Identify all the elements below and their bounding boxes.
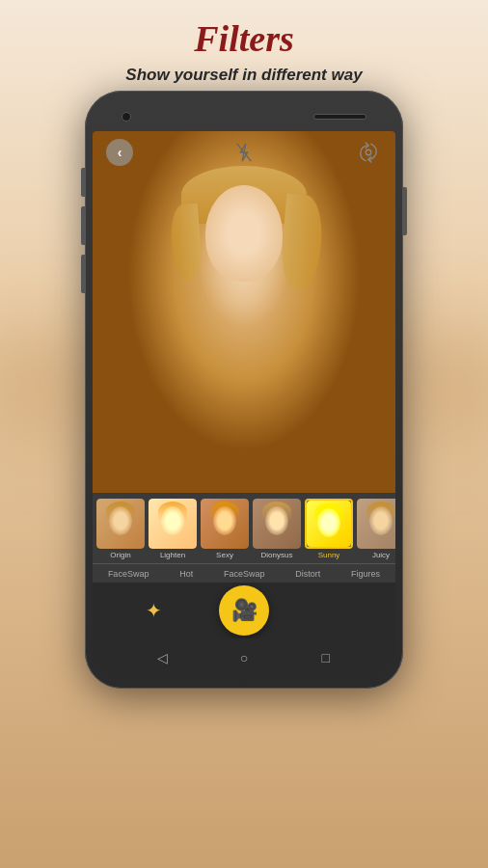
bottom-controls: ✦ 🎥 — [93, 583, 395, 638]
side-button-right — [403, 187, 407, 235]
filter-sunny[interactable]: Sunny — [305, 499, 353, 559]
flash-off-icon — [234, 142, 254, 163]
phone-top-bar — [93, 102, 395, 131]
hair-side-right — [279, 193, 326, 292]
magic-wand-button[interactable]: ✦ — [136, 593, 171, 628]
spacer — [317, 593, 352, 628]
nav-home-icon: ○ — [240, 650, 248, 665]
filter-thumb-origin — [96, 499, 145, 549]
face-representation — [196, 185, 292, 311]
speaker-grille — [313, 114, 366, 120]
filter-dionysus[interactable]: Dionysus — [253, 499, 301, 559]
filter-label-dionysus: Dionysus — [261, 551, 293, 559]
svg-point-1 — [366, 149, 371, 155]
nav-back-button[interactable]: ◁ — [151, 647, 173, 668]
front-camera — [122, 112, 131, 122]
phone-shell: ‹ — [85, 91, 403, 689]
magic-wand-icon: ✦ — [146, 599, 162, 622]
face-oval — [205, 185, 283, 282]
subject-photo — [93, 131, 395, 493]
camera-viewfinder: ‹ — [93, 131, 395, 493]
filter-label-juicy: Juicy — [372, 551, 390, 559]
header-area: Filters Show yourself in different way — [125, 0, 362, 91]
feature-tab-figures[interactable]: Figures — [347, 569, 384, 579]
nav-back-icon: ◁ — [157, 650, 168, 665]
side-button-left-top — [81, 168, 85, 197]
page-subtitle: Show yourself in different way — [125, 66, 362, 85]
video-camera-icon: 🎥 — [231, 598, 258, 623]
page-title: Filters — [125, 17, 362, 62]
filter-label-origin: Origin — [110, 551, 130, 559]
filter-thumb-dionysus — [253, 499, 301, 549]
filter-thumb-lighten — [149, 499, 197, 549]
side-button-left-mid — [81, 206, 85, 245]
side-button-left-bot — [81, 255, 85, 293]
filter-juicy[interactable]: Juicy — [357, 499, 395, 559]
filter-thumb-sexy — [201, 499, 249, 549]
rotate-camera-button[interactable] — [355, 139, 382, 166]
filter-thumb-juicy — [357, 499, 395, 549]
filter-label-sexy: Sexy — [216, 551, 233, 559]
rotate-camera-icon — [358, 142, 379, 163]
filter-sexy[interactable]: Sexy — [201, 499, 249, 559]
filter-lighten[interactable]: Lighten — [149, 499, 197, 559]
record-button[interactable]: 🎥 — [219, 585, 269, 636]
filter-label-sunny: Sunny — [318, 551, 340, 559]
nav-home-button[interactable]: ○ — [233, 647, 255, 668]
filters-strip: Origin Lighten Sexy — [93, 493, 395, 563]
back-arrow-icon: ‹ — [118, 145, 122, 160]
camera-controls-bar: ‹ — [93, 131, 395, 174]
feature-tab-faceswap2[interactable]: FaceSwap — [220, 569, 269, 579]
filter-origin[interactable]: Origin — [96, 499, 145, 559]
phone-nav-bar: ◁ ○ □ — [93, 638, 395, 677]
feature-tab-faceswap1[interactable]: FaceSwap — [104, 569, 153, 579]
filter-thumb-sunny — [305, 499, 353, 549]
filter-label-lighten: Lighten — [160, 551, 185, 559]
phone-screen: ‹ — [93, 131, 395, 638]
feature-tabs-bar: FaceSwap Hot FaceSwap Distort Figures — [93, 563, 395, 583]
feature-tab-distort[interactable]: Distort — [291, 569, 324, 579]
nav-recent-icon: □ — [321, 650, 329, 665]
feature-tab-hot[interactable]: Hot — [176, 569, 197, 579]
flash-button[interactable] — [230, 139, 258, 166]
nav-recent-button[interactable]: □ — [315, 647, 337, 668]
back-button[interactable]: ‹ — [106, 139, 133, 166]
